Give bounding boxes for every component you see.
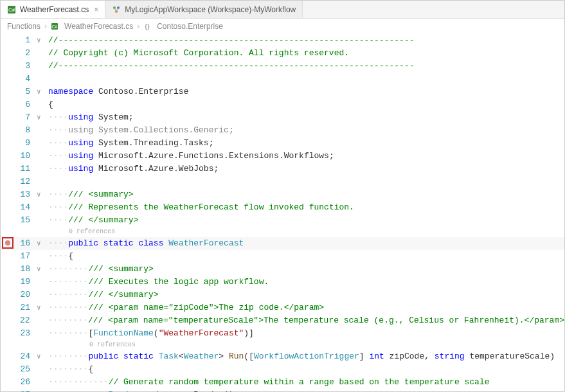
tab-label: MyLogicAppWorkspace (Workspace)-MyWorkfl…: [125, 5, 296, 14]
code-line[interactable]: 20 ········/// </summary>: [1, 289, 564, 301]
code-line[interactable]: 12: [1, 175, 564, 188]
code-line[interactable]: 2 // Copyright (c) Microsoft Corporation…: [1, 47, 564, 60]
code-line[interactable]: 24 ∨ ········public static Task<Weather>…: [1, 350, 564, 363]
code-line[interactable]: 25 ········{: [1, 363, 564, 376]
code-line[interactable]: 16 ∨ ····public static class WeatherFore…: [1, 237, 564, 250]
breadcrumb-item[interactable]: WeatherForecast.cs: [64, 22, 133, 31]
svg-text:C#: C#: [52, 24, 58, 29]
breadcrumb-item[interactable]: Functions: [7, 22, 40, 31]
breakpoint-gutter[interactable]: [1, 237, 15, 249]
code-line[interactable]: 19 ········/// Executes the logic app wo…: [1, 276, 564, 289]
code-line[interactable]: 1 ∨ //----------------------------------…: [1, 34, 564, 47]
svg-text:{}: {}: [145, 22, 150, 30]
code-lens[interactable]: 0 references: [1, 227, 564, 237]
code-line[interactable]: 6 {: [1, 98, 564, 111]
code-line[interactable]: 4: [1, 73, 564, 85]
code-line[interactable]: 22 ········/// <param name="temperatureS…: [1, 314, 564, 327]
code-line[interactable]: 21 ∨ ········/// <param name="zipCode">T…: [1, 301, 564, 314]
chevron-right-icon: ›: [44, 22, 47, 31]
code-line[interactable]: 26 ············// Generate random temper…: [1, 376, 564, 389]
code-line[interactable]: 7 ∨ ····using System;: [1, 111, 564, 124]
code-line[interactable]: 11 ····using Microsoft.Azure.WebJobs;: [1, 163, 564, 175]
editor-root: C# WeatherForecast.cs × MyLogicAppWorksp…: [0, 0, 565, 392]
breadcrumb[interactable]: Functions › C# WeatherForecast.cs › {} C…: [1, 19, 564, 34]
code-line[interactable]: 15 ····/// </summary>: [1, 214, 564, 227]
tab-bar: C# WeatherForecast.cs × MyLogicAppWorksp…: [1, 1, 564, 19]
svg-text:C#: C#: [8, 7, 15, 13]
chevron-right-icon: ›: [137, 22, 139, 31]
code-line[interactable]: 10 ····using Microsoft.Azure.Functions.E…: [1, 150, 564, 163]
code-lens[interactable]: 0 references: [1, 340, 564, 350]
code-line[interactable]: 5 ∨ namespace Contoso.Enterprise: [1, 85, 564, 98]
fold-toggle[interactable]: ∨: [35, 34, 46, 47]
csharp-file-icon: C#: [51, 22, 58, 30]
code-line[interactable]: 3 //------------------------------------…: [1, 60, 564, 73]
code-line[interactable]: 17 ····{: [1, 250, 564, 263]
code-line[interactable]: 9 ····using System.Threading.Tasks;: [1, 137, 564, 150]
tab-weather-forecast[interactable]: C# WeatherForecast.cs ×: [1, 1, 105, 18]
workflow-icon: [112, 5, 121, 14]
code-line[interactable]: 8 ····using System.Collections.Generic;: [1, 124, 564, 137]
breadcrumb-item[interactable]: Contoso.Enterprise: [157, 22, 223, 31]
code-line[interactable]: 13 ∨ ····/// <summary>: [1, 188, 564, 201]
breakpoint-icon[interactable]: [2, 237, 13, 249]
tab-logic-app[interactable]: MyLogicAppWorkspace (Workspace)-MyWorkfl…: [105, 1, 303, 18]
tab-label: WeatherForecast.cs: [20, 5, 89, 14]
namespace-icon: {}: [143, 22, 151, 30]
code-line[interactable]: 23 ········[FunctionName("WeatherForecas…: [1, 327, 564, 340]
code-editor[interactable]: 1 ∨ //----------------------------------…: [1, 34, 564, 392]
code-line[interactable]: 18 ∨ ········/// <summary>: [1, 263, 564, 276]
close-icon[interactable]: ×: [94, 5, 98, 14]
code-line[interactable]: 27 ············Random rnd = new Random()…: [1, 389, 564, 392]
csharp-file-icon: C#: [7, 5, 16, 14]
code-line[interactable]: 14 ····/// Represents the WeatherForecas…: [1, 201, 564, 214]
line-number: 1: [15, 34, 35, 47]
